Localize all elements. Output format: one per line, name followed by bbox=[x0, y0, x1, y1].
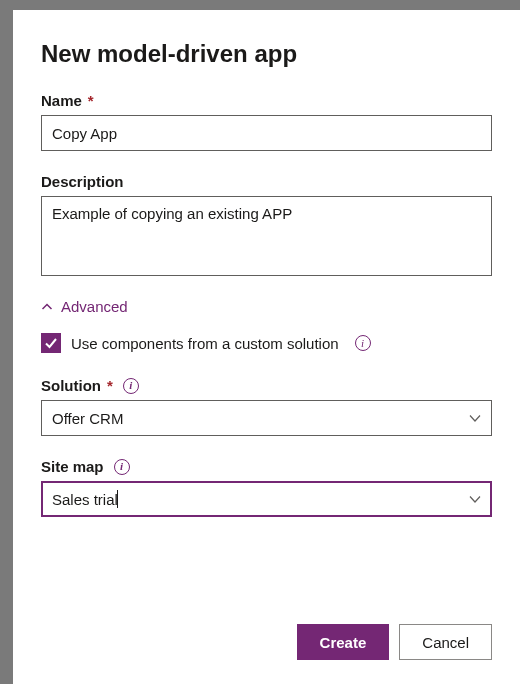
text-cursor bbox=[117, 490, 118, 508]
sitemap-label: Site map i bbox=[41, 458, 492, 475]
description-field: Description bbox=[41, 173, 492, 280]
create-button[interactable]: Create bbox=[297, 624, 390, 660]
description-input[interactable] bbox=[41, 196, 492, 276]
info-icon[interactable]: i bbox=[355, 335, 371, 351]
name-input[interactable] bbox=[41, 115, 492, 151]
sitemap-label-text: Site map bbox=[41, 458, 104, 475]
chevron-down-icon bbox=[468, 492, 482, 506]
sitemap-select[interactable]: Sales trial bbox=[41, 481, 492, 517]
name-label: Name * bbox=[41, 92, 492, 109]
description-label-text: Description bbox=[41, 173, 124, 190]
use-custom-checkbox[interactable] bbox=[41, 333, 61, 353]
chevron-down-icon bbox=[468, 411, 482, 425]
solution-select[interactable]: Offer CRM bbox=[41, 400, 492, 436]
new-app-panel: New model-driven app Name * Description … bbox=[13, 10, 520, 684]
chevron-up-icon bbox=[41, 301, 53, 313]
sitemap-value: Sales trial bbox=[52, 491, 118, 508]
info-icon[interactable]: i bbox=[123, 378, 139, 394]
required-asterisk: * bbox=[107, 377, 113, 394]
cancel-button[interactable]: Cancel bbox=[399, 624, 492, 660]
advanced-label: Advanced bbox=[61, 298, 128, 315]
use-custom-label: Use components from a custom solution bbox=[71, 335, 339, 352]
dialog-footer: Create Cancel bbox=[41, 624, 492, 660]
solution-field: Solution * i Offer CRM bbox=[41, 377, 492, 436]
name-field: Name * bbox=[41, 92, 492, 151]
solution-label-text: Solution bbox=[41, 377, 101, 394]
panel-title: New model-driven app bbox=[41, 40, 492, 68]
sitemap-field: Site map i Sales trial bbox=[41, 458, 492, 517]
info-icon[interactable]: i bbox=[114, 459, 130, 475]
solution-value: Offer CRM bbox=[52, 410, 123, 427]
required-asterisk: * bbox=[88, 92, 94, 109]
description-label: Description bbox=[41, 173, 492, 190]
advanced-toggle[interactable]: Advanced bbox=[41, 298, 492, 315]
name-label-text: Name bbox=[41, 92, 82, 109]
use-custom-row: Use components from a custom solution i bbox=[41, 333, 492, 353]
solution-label: Solution * i bbox=[41, 377, 492, 394]
